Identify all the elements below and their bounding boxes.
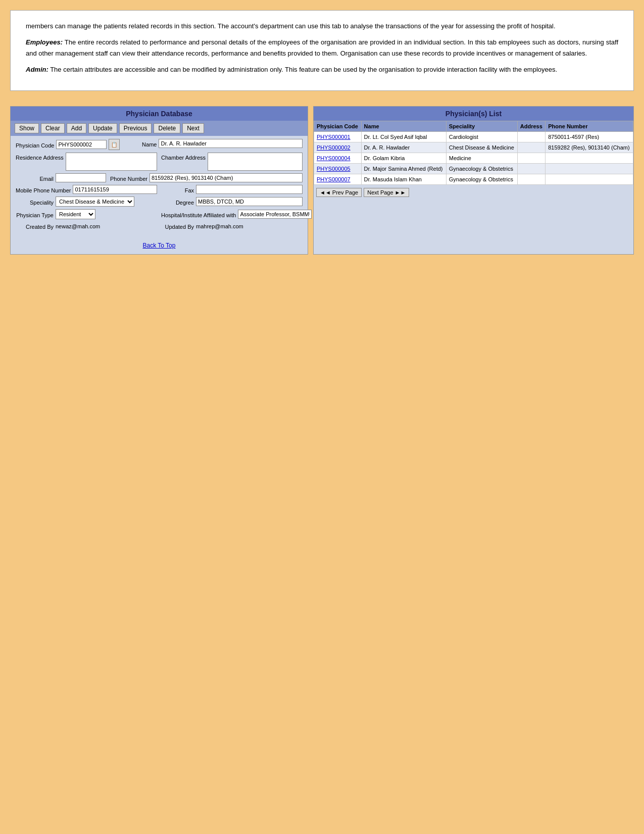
mobile-phone-label: Mobile Phone Number [16,185,71,194]
physician-code-label: Physician Code [16,140,54,149]
physician-code-box: 📋 [56,139,120,150]
col-code: Physician Code [314,121,362,132]
physician-db-title: Physician Database [11,107,308,121]
update-button[interactable]: Update [88,123,117,133]
back-to-top-section: Back To Top [11,236,308,254]
physician-database-panel: Physician Database Show Clear Add Update… [10,106,308,254]
col-phone: Phone Number [546,121,633,132]
cell-phone: 8159282 (Res), 9013140 (Cham) [546,142,633,153]
table-row: PHYS000001Dr. Lt. Col Syed Asif IqbalCar… [314,132,633,142]
cell-address [517,142,545,153]
physician-code-link[interactable]: PHYS000002 [317,144,351,151]
cell-speciality: Medicine [446,153,517,164]
physician-code-link[interactable]: PHYS000001 [317,134,351,140]
updated-by-label: Updated By [161,222,194,230]
name-input[interactable] [159,139,303,148]
lookup-icon[interactable]: 📋 [109,139,120,150]
updated-by-value: mahrep@mah.com [196,223,243,229]
physician-list-title: Physician(s) List [314,107,633,121]
physician-code-link[interactable]: PHYS000005 [317,166,351,172]
text-para3: Admin: The certain attributes are access… [26,64,618,75]
physician-table: Physician Code Name Speciality Address P… [314,121,633,185]
fax-label: Fax [161,185,194,194]
cell-speciality: Chest Disease & Medicine [446,142,517,153]
cell-phone: 8750011-4597 (Res) [546,132,633,142]
table-row: PHYS000002Dr. A. R. HawladerChest Diseas… [314,142,633,153]
table-row: PHYS000004Dr. Golam KibriaMedicine [314,153,633,164]
employees-text: The entire records related to performanc… [26,38,618,57]
cell-speciality: Cardiologist [446,132,517,142]
cell-name: Dr. A. R. Hawlader [361,142,446,153]
speciality-label: Speciality [16,198,54,206]
next-page-button[interactable]: Next Page ►► [364,188,409,197]
cell-name: Dr. Golam Kibria [361,153,446,164]
cell-phone [546,174,633,185]
cell-address [517,164,545,174]
chamber-address-label: Chamber Address [161,153,206,161]
physician-type-label: Physician Type [16,210,54,219]
previous-button[interactable]: Previous [119,123,152,133]
text-para1: members can manage the patients related … [26,21,618,32]
cell-code[interactable]: PHYS000001 [314,132,362,142]
hospital-input[interactable] [238,210,312,219]
cell-name: Dr. Major Samina Ahmed (Retd) [361,164,446,174]
prev-page-button[interactable]: ◄◄ Prev Page [316,188,362,197]
admin-text: The certain attributes are accessible an… [48,66,557,73]
cell-speciality: Gynaecology & Obstetrics [446,164,517,174]
pagination: ◄◄ Prev Page Next Page ►► [314,185,633,200]
phone-number-label: Phone Number [110,174,147,182]
name-label: Name [124,139,157,148]
residence-address-label: Residence Address [16,153,64,161]
physician-code-input[interactable] [56,140,107,149]
physician-code-link[interactable]: PHYS000007 [317,176,351,182]
physician-list-panel: Physician(s) List Physician Code Name Sp… [313,106,634,254]
back-to-top-link[interactable]: Back To Top [143,242,176,249]
cell-name: Dr. Lt. Col Syed Asif Iqbal [361,132,446,142]
cell-code[interactable]: PHYS000004 [314,153,362,164]
created-by-value: newaz@mah.com [56,223,100,229]
add-button[interactable]: Add [67,123,86,133]
email-input[interactable] [56,173,106,182]
text-section: members can manage the patients related … [10,10,634,91]
mobile-phone-input[interactable] [73,185,157,194]
cell-phone [546,153,633,164]
residence-address-input[interactable] [66,153,157,171]
cell-code[interactable]: PHYS000002 [314,142,362,153]
cell-address [517,132,545,142]
cell-phone [546,164,633,174]
text-para2: Employees: The entire records related to… [26,37,618,59]
degree-input[interactable] [196,197,303,206]
show-button[interactable]: Show [15,123,39,133]
email-label: Email [16,174,54,182]
col-address: Address [517,121,545,132]
next-button[interactable]: Next [182,123,204,133]
created-by-label: Created By [16,222,54,230]
physician-db-toolbar: Show Clear Add Update Previous Delete Ne… [11,121,308,136]
degree-label: Degree [161,198,194,206]
delete-button[interactable]: Delete [154,123,180,133]
physician-code-link[interactable]: PHYS000004 [317,155,351,161]
physician-type-select[interactable]: Resident Visiting Consultant [56,209,95,219]
hospital-label: Hospital/Institute Affiliated with [161,210,236,219]
cell-speciality: Gynaecology & Obstetrics [446,174,517,185]
main-panel: Physician Database Show Clear Add Update… [10,106,634,254]
table-row: PHYS000007Dr. Masuda Islam KhanGynaecolo… [314,174,633,185]
admin-label: Admin: [26,66,48,73]
phone-number-input[interactable] [150,173,303,182]
cell-code[interactable]: PHYS000005 [314,164,362,174]
speciality-select[interactable]: Chest Disease & Medicine Cardiologist Me… [56,197,134,207]
clear-button[interactable]: Clear [41,123,65,133]
chamber-address-input[interactable] [208,153,303,171]
col-speciality: Speciality [446,121,517,132]
cell-name: Dr. Masuda Islam Khan [361,174,446,185]
employees-label: Employees: [26,38,63,46]
table-row: PHYS000005Dr. Major Samina Ahmed (Retd)G… [314,164,633,174]
cell-code[interactable]: PHYS000007 [314,174,362,185]
fax-input[interactable] [196,185,303,194]
cell-address [517,174,545,185]
cell-address [517,153,545,164]
col-name: Name [361,121,446,132]
